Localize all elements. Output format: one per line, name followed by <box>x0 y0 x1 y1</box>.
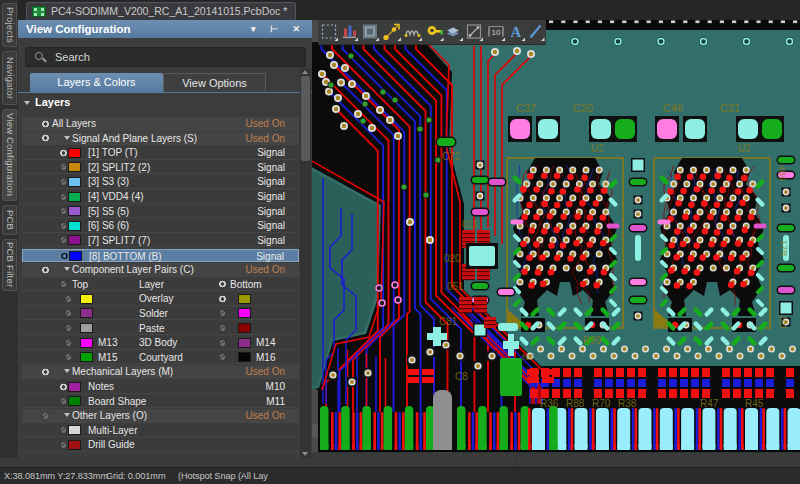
svg-text:R99: R99 <box>583 335 602 346</box>
svg-text:17R: 17R <box>779 240 789 257</box>
svg-text:4B9: 4B9 <box>777 165 787 181</box>
svg-text:R36: R36 <box>540 398 559 409</box>
svg-text:R45: R45 <box>745 398 764 409</box>
svg-text:10: 10 <box>492 28 501 37</box>
svg-text:R38: R38 <box>618 398 637 409</box>
svg-text:R88: R88 <box>566 398 585 409</box>
svg-text:C46: C46 <box>663 102 683 114</box>
svg-text:011: 011 <box>462 219 478 230</box>
svg-text:R70: R70 <box>592 398 611 409</box>
svg-text:C81: C81 <box>439 316 458 327</box>
svg-text:N4: N4 <box>522 352 534 362</box>
svg-text:A: A <box>511 24 522 40</box>
svg-text:020: 020 <box>444 253 461 264</box>
svg-text:C72: C72 <box>442 151 461 162</box>
svg-text:C8: C8 <box>455 371 468 382</box>
svg-text:R47: R47 <box>700 398 719 409</box>
svg-text:051: 051 <box>447 281 464 292</box>
svg-text:101: 101 <box>778 315 788 330</box>
svg-text:U2: U2 <box>738 143 751 154</box>
svg-text:C21: C21 <box>720 102 740 114</box>
svg-text:C20: C20 <box>573 102 593 114</box>
svg-text:U2: U2 <box>591 143 604 154</box>
svg-text:C37: C37 <box>516 102 536 114</box>
